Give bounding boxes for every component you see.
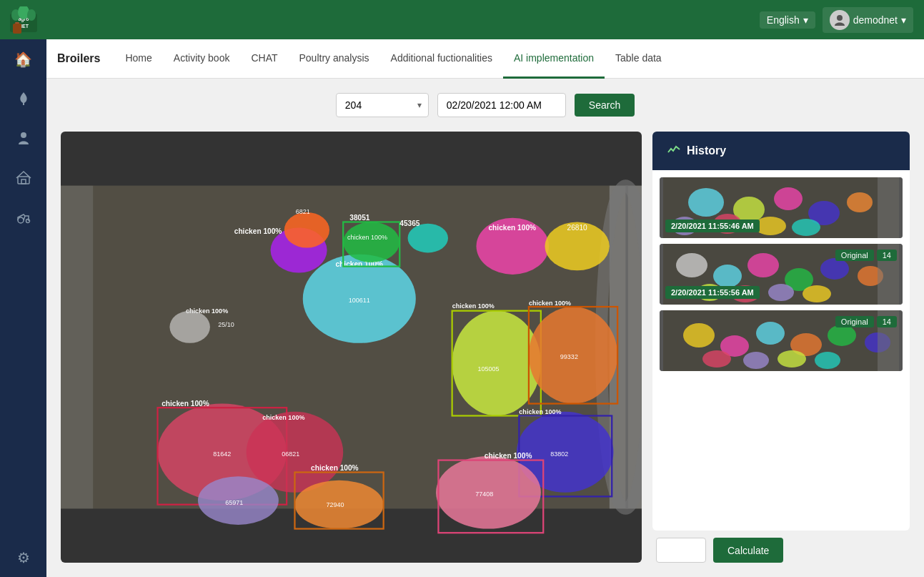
sidebar-logo: agro NET — [0, 0, 46, 39]
svg-point-48 — [408, 224, 448, 253]
history-list: 2/20/2021 11:55:46 AM — [652, 170, 910, 531]
tab-poultry-analysis[interactable]: Poultry analysis — [289, 39, 380, 79]
svg-text:chicken 100%: chicken 100% — [162, 400, 209, 408]
svg-text:6821: 6821 — [296, 208, 310, 215]
svg-text:38051: 38051 — [349, 214, 370, 222]
svg-point-14 — [837, 15, 843, 21]
svg-rect-6 — [13, 24, 21, 34]
svg-text:chicken 100%: chicken 100% — [519, 408, 561, 415]
svg-point-96 — [756, 322, 785, 345]
svg-point-78 — [792, 219, 820, 236]
history-item-image-2: Original 14 2/20/2021 11:55:56 AM — [660, 244, 903, 305]
avatar — [830, 10, 850, 30]
content-area: 204 205 206 ▾ Search — [46, 79, 924, 577]
history-box: History — [652, 132, 910, 531]
svg-point-90 — [768, 284, 794, 301]
svg-rect-11 — [21, 179, 26, 184]
tab-ai-implementation[interactable]: AI implementation — [503, 39, 605, 79]
svg-point-42 — [284, 212, 329, 248]
tab-chat[interactable]: CHAT — [240, 39, 288, 79]
svg-point-101 — [743, 352, 769, 369]
svg-text:100611: 100611 — [349, 297, 370, 304]
logo-box: agro NET — [9, 6, 39, 34]
history-timestamp-1: 2/20/2021 11:55:46 AM — [665, 220, 760, 232]
language-selector[interactable]: English ▾ — [760, 11, 815, 29]
svg-text:chicken 100%: chicken 100% — [262, 414, 304, 421]
history-timestamp-2: 2/20/2021 11:55:56 AM — [665, 286, 760, 299]
svg-text:chicken 100%: chicken 100% — [347, 234, 387, 241]
tab-table-data[interactable]: Table data — [605, 39, 672, 79]
calculate-input[interactable] — [656, 538, 706, 563]
history-badge-3: Original 14 — [835, 316, 897, 327]
date-input[interactable] — [437, 93, 566, 117]
sidebar-item-person[interactable] — [0, 118, 46, 157]
history-icon — [667, 142, 681, 159]
tab-additional-functionalities[interactable]: Additional fuctionalities — [380, 39, 503, 79]
topbar: English ▾ demodnet ▾ — [46, 0, 924, 39]
svg-point-86 — [820, 258, 849, 280]
filter-bar: 204 205 206 ▾ Search — [46, 79, 924, 132]
sidebar: agro NET 🏠 — [0, 0, 46, 577]
svg-rect-80 — [878, 177, 899, 238]
history-panel: History — [652, 132, 910, 563]
user-arrow: ▾ — [901, 14, 906, 26]
image-panel: chicken 100% 100611 chicken 100% 105005 … — [61, 132, 642, 563]
svg-text:06821: 06821 — [282, 450, 299, 458]
svg-text:chicken 100%: chicken 100% — [485, 452, 532, 460]
sidebar-item-barn[interactable] — [0, 157, 46, 197]
sidebar-item-settings[interactable]: ⚙ — [0, 538, 46, 577]
svg-text:105005: 105005 — [477, 365, 499, 373]
svg-point-24 — [452, 311, 541, 416]
svg-point-84 — [747, 253, 779, 277]
svg-text:chicken 100%: chicken 100% — [529, 300, 571, 307]
history-item-image: 2/20/2021 11:55:46 AM — [660, 177, 903, 238]
language-label: English — [767, 14, 800, 26]
svg-point-73 — [774, 187, 803, 210]
svg-text:25/10: 25/10 — [218, 321, 234, 328]
svg-text:26810: 26810 — [567, 224, 588, 232]
svg-point-91 — [803, 285, 831, 302]
history-title: History — [687, 144, 726, 157]
svg-text:77408: 77408 — [475, 490, 493, 498]
sidebar-item-home[interactable]: 🏠 — [0, 39, 46, 79]
badge-count-label-3: 14 — [877, 316, 897, 327]
search-button[interactable]: Search — [575, 94, 635, 117]
sidebar-item-plant[interactable] — [0, 79, 46, 118]
svg-point-100 — [702, 350, 731, 368]
navbar: Broilers Home Activity book CHAT Poultry… — [46, 39, 924, 79]
svg-text:45365: 45365 — [399, 220, 420, 227]
svg-point-94 — [683, 323, 715, 347]
user-selector[interactable]: demodnet ▾ — [823, 7, 913, 33]
panels: chicken 100% 100611 chicken 100% 105005 … — [46, 132, 924, 577]
detection-image: chicken 100% 100611 chicken 100% 105005 … — [61, 132, 642, 563]
tab-home[interactable]: Home — [114, 39, 162, 79]
badge-original-label-3: Original — [835, 316, 874, 327]
history-header: History — [652, 132, 910, 170]
svg-rect-20 — [61, 186, 93, 509]
svg-rect-7 — [15, 22, 19, 24]
svg-point-9 — [21, 132, 26, 138]
badge-original-label: Original — [835, 250, 874, 261]
calculate-area: Calculate — [652, 538, 910, 563]
svg-point-12 — [18, 217, 24, 223]
history-item[interactable]: Original 14 — [660, 310, 903, 371]
history-badge-2: Original 14 — [835, 250, 897, 261]
svg-text:83802: 83802 — [550, 450, 568, 458]
svg-point-69 — [169, 311, 209, 343]
svg-text:chicken 100%: chicken 100% — [488, 224, 536, 232]
batch-dropdown[interactable]: 204 205 206 — [336, 93, 429, 117]
username-label: demodnet — [853, 14, 898, 26]
language-arrow: ▾ — [803, 14, 808, 26]
history-item[interactable]: Original 14 2/20/2021 11:55:56 AM — [660, 244, 903, 305]
history-item[interactable]: 2/20/2021 11:55:46 AM — [660, 177, 903, 238]
badge-count-label: 14 — [877, 250, 897, 261]
svg-point-5 — [27, 9, 36, 21]
svg-point-83 — [713, 265, 742, 287]
tab-activity-book[interactable]: Activity book — [163, 39, 241, 79]
svg-point-71 — [688, 188, 724, 217]
sidebar-item-tractor[interactable] — [0, 197, 46, 236]
svg-point-44 — [343, 222, 399, 262]
svg-point-102 — [778, 350, 806, 368]
calculate-button[interactable]: Calculate — [713, 538, 783, 563]
svg-rect-10 — [18, 177, 29, 184]
